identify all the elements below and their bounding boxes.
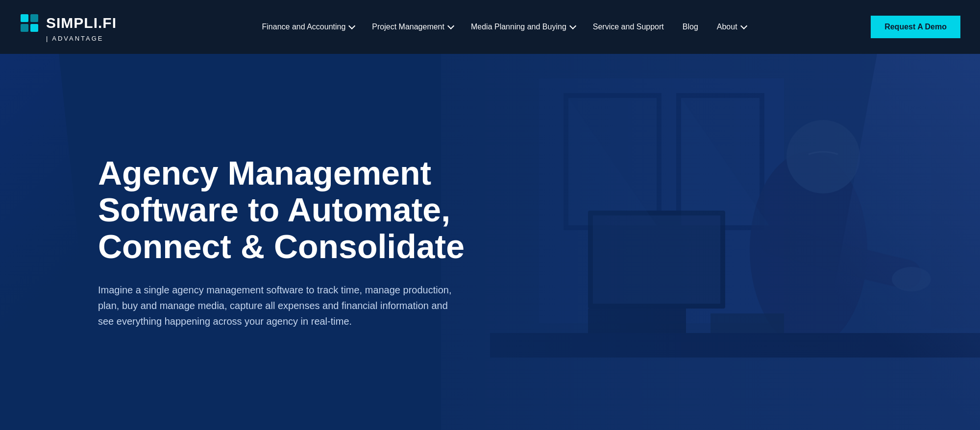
chevron-down-icon: [740, 23, 747, 29]
chevron-down-icon: [447, 23, 454, 29]
logo-sub: | ADVANTAGE: [46, 35, 104, 42]
nav-item-blog[interactable]: Blog: [675, 19, 706, 35]
nav-item-media[interactable]: Media Planning and Buying: [463, 19, 582, 35]
svg-rect-0: [21, 14, 28, 22]
nav-item-about[interactable]: About: [709, 19, 753, 35]
nav-item-finance[interactable]: Finance and Accounting: [254, 19, 362, 35]
logo-text: SIMPLI.FI: [46, 15, 117, 31]
nav-item-project[interactable]: Project Management: [364, 19, 460, 35]
logo-area[interactable]: SIMPLI.FI | ADVANTAGE: [20, 12, 117, 42]
nav-item-service[interactable]: Service and Support: [585, 19, 672, 35]
chevron-down-icon: [569, 23, 576, 29]
hero-subtext: Imagine a single agency management softw…: [98, 282, 461, 329]
hero-content: Agency Management Software to Automate, …: [98, 155, 539, 329]
logo-icon: [20, 12, 41, 34]
svg-rect-2: [21, 24, 28, 32]
svg-rect-1: [30, 14, 38, 22]
navbar: SIMPLI.FI | ADVANTAGE Finance and Accoun…: [0, 0, 980, 54]
logo-main: SIMPLI.FI: [20, 12, 117, 34]
svg-rect-3: [30, 24, 38, 32]
nav-links: Finance and Accounting Project Managemen…: [146, 19, 861, 35]
chevron-down-icon: [348, 23, 355, 29]
hero-heading: Agency Management Software to Automate, …: [98, 155, 539, 264]
hero-section: Agency Management Software to Automate, …: [0, 54, 980, 430]
request-demo-button[interactable]: Request A Demo: [871, 16, 960, 38]
